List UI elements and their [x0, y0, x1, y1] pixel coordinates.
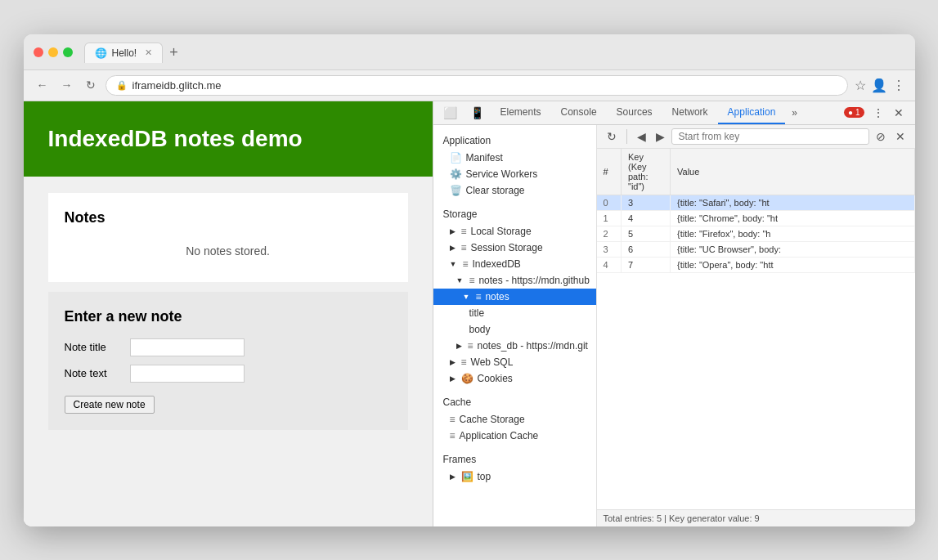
sidebar-item-cookies[interactable]: ▶ 🍪 Cookies [433, 370, 596, 387]
more-tabs-button[interactable]: » [785, 102, 804, 123]
sidebar-item-service-workers[interactable]: ⚙️ Service Workers [433, 166, 596, 182]
table-row[interactable]: 4 7 {title: "Opera", body: "htt [597, 257, 915, 272]
cell-value: {title: "Firefox", body: "h [671, 226, 915, 241]
note-text-label: Note text [65, 367, 122, 379]
page-header: IndexedDB notes demo [24, 101, 433, 177]
sidebar-item-manifest[interactable]: 📄 Manifest [433, 150, 596, 166]
toolbar-right: ☆ 👤 ⋮ [855, 78, 905, 93]
next-record-button[interactable]: ▶ [653, 128, 668, 145]
prev-record-button[interactable]: ◀ [634, 128, 649, 145]
sidebar-item-session-storage[interactable]: ▶ ≡ Session Storage [433, 240, 596, 256]
profile-icon[interactable]: 👤 [871, 78, 887, 93]
sidebar-service-workers-label: Service Workers [466, 168, 538, 180]
notes-heading: Notes [65, 209, 392, 226]
sidebar-session-storage-label: Session Storage [471, 242, 543, 253]
sidebar-item-web-sql[interactable]: ▶ ≡ Web SQL [433, 354, 596, 370]
toolbar-sep [626, 129, 627, 144]
sidebar-item-notes[interactable]: ▼ ≡ notes [433, 289, 596, 305]
content-area: IndexedDB notes demo Notes No notes stor… [24, 101, 915, 526]
address-bar[interactable]: 🔒 iframeidb.glitch.me [105, 75, 848, 96]
sidebar-item-clear-storage[interactable]: 🗑️ Clear storage [433, 182, 596, 199]
tab-application[interactable]: Application [718, 101, 786, 124]
notes-db-icon: ≡ [469, 275, 474, 286]
device-icon[interactable]: 📱 [464, 101, 491, 124]
devtools-toolbar: ↻ ◀ ▶ ⊘ ✕ [597, 125, 915, 149]
devtools-status-bar: Total entries: 5 | Key generator value: … [597, 509, 915, 526]
cell-index: 0 [597, 195, 622, 210]
note-text-input[interactable] [130, 365, 245, 383]
tab-title: Hello! [112, 47, 137, 59]
indexeddb-icon: ≡ [462, 258, 468, 270]
menu-icon[interactable]: ⋮ [892, 78, 905, 93]
lock-icon: 🔒 [116, 80, 128, 91]
delete-record-button[interactable]: ✕ [892, 128, 909, 145]
sidebar-item-top[interactable]: ▶ 🖼️ top [433, 468, 596, 485]
table-row[interactable]: 2 5 {title: "Firefox", body: "h [597, 226, 915, 241]
cell-value: {title: "Chrome", body: "ht [671, 210, 915, 226]
table-row[interactable]: 3 6 {title: "UC Browser", body: [597, 241, 915, 257]
sep3 [433, 444, 596, 450]
cache-storage-icon: ≡ [450, 414, 456, 425]
cell-key: 6 [622, 241, 671, 257]
sidebar-item-local-storage[interactable]: ▶ ≡ Local Storage [433, 223, 596, 240]
browser-tab[interactable]: 🌐 Hello! ✕ [84, 43, 164, 63]
sidebar-cookies-label: Cookies [478, 373, 513, 384]
devtools-controls: ⋮ ✕ [864, 103, 912, 123]
web-sql-icon: ≡ [461, 356, 467, 368]
tab-console[interactable]: Console [551, 101, 607, 124]
sidebar-item-title[interactable]: title [433, 305, 596, 321]
refresh-data-button[interactable]: ↻ [604, 128, 620, 145]
close-button[interactable] [34, 47, 43, 57]
cookies-arrow: ▶ [450, 374, 456, 383]
tab-network[interactable]: Network [662, 101, 718, 124]
clear-input-button[interactable]: ⊘ [873, 128, 889, 145]
sep1 [433, 199, 596, 205]
tab-elements[interactable]: Elements [491, 101, 551, 124]
devtools-menu-icon[interactable]: ⋮ [869, 103, 887, 123]
start-from-key-input[interactable] [671, 128, 869, 145]
notes-db2-icon: ≡ [468, 340, 473, 352]
sidebar-item-notes-db2[interactable]: ▶ ≡ notes_db - https://mdn.git [433, 338, 596, 354]
service-workers-icon: ⚙️ [450, 168, 462, 180]
table-row[interactable]: 1 4 {title: "Chrome", body: "ht [597, 210, 915, 226]
note-title-input[interactable] [130, 338, 245, 356]
tab-close-button[interactable]: ✕ [145, 47, 152, 58]
devtools-close-icon[interactable]: ✕ [891, 103, 907, 123]
sidebar-item-notes-db[interactable]: ▼ ≡ notes - https://mdn.github [433, 272, 596, 289]
session-storage-icon: ≡ [461, 242, 467, 253]
tab-favicon: 🌐 [95, 47, 107, 59]
forward-button[interactable]: → [58, 77, 76, 93]
table-row[interactable]: 0 3 {title: "Safari", body: "ht [597, 195, 915, 210]
cell-key: 4 [622, 210, 671, 226]
devtools-body: Application 📄 Manifest ⚙️ Service Worker… [433, 125, 915, 526]
sidebar-item-indexeddb[interactable]: ▼ ≡ IndexedDB [433, 256, 596, 272]
address-text: iframeidb.glitch.me [132, 79, 837, 92]
sidebar-item-app-cache[interactable]: ≡ Application Cache [433, 428, 596, 444]
status-text: Total entries: 5 | Key generator value: … [604, 513, 760, 523]
table-header-row: # Key (Key path: "id") Value [597, 149, 915, 195]
sidebar-item-cache-storage[interactable]: ≡ Cache Storage [433, 411, 596, 428]
section-label-cache: Cache [433, 393, 596, 411]
minimize-button[interactable] [48, 47, 58, 57]
refresh-button[interactable]: ↻ [83, 77, 99, 93]
devtools-panel: ⬜ 📱 Elements Console Sources Network App… [433, 101, 915, 526]
tab-area: 🌐 Hello! ✕ + [84, 43, 905, 63]
sidebar-app-cache-label: Application Cache [460, 430, 539, 441]
note-title-row: Note title [65, 338, 392, 356]
sidebar-notes-db2-label: notes_db - https://mdn.git [478, 340, 588, 352]
maximize-button[interactable] [63, 47, 73, 57]
page-heading: IndexedDB notes demo [48, 126, 408, 152]
sidebar-cache-storage-label: Cache Storage [460, 414, 525, 425]
back-button[interactable]: ← [34, 77, 52, 93]
note-title-label: Note title [65, 341, 122, 353]
new-tab-button[interactable]: + [166, 44, 182, 61]
devtools-tabs: ⬜ 📱 Elements Console Sources Network App… [433, 101, 915, 125]
inspect-icon[interactable]: ⬜ [437, 101, 464, 124]
tab-sources[interactable]: Sources [607, 101, 662, 124]
no-notes-text: No notes stored. [65, 236, 392, 266]
cell-index: 3 [597, 241, 622, 257]
sidebar-item-body[interactable]: body [433, 321, 596, 338]
create-note-button[interactable]: Create new note [65, 396, 155, 414]
sidebar-web-sql-label: Web SQL [471, 356, 514, 368]
bookmark-icon[interactable]: ☆ [855, 78, 866, 93]
